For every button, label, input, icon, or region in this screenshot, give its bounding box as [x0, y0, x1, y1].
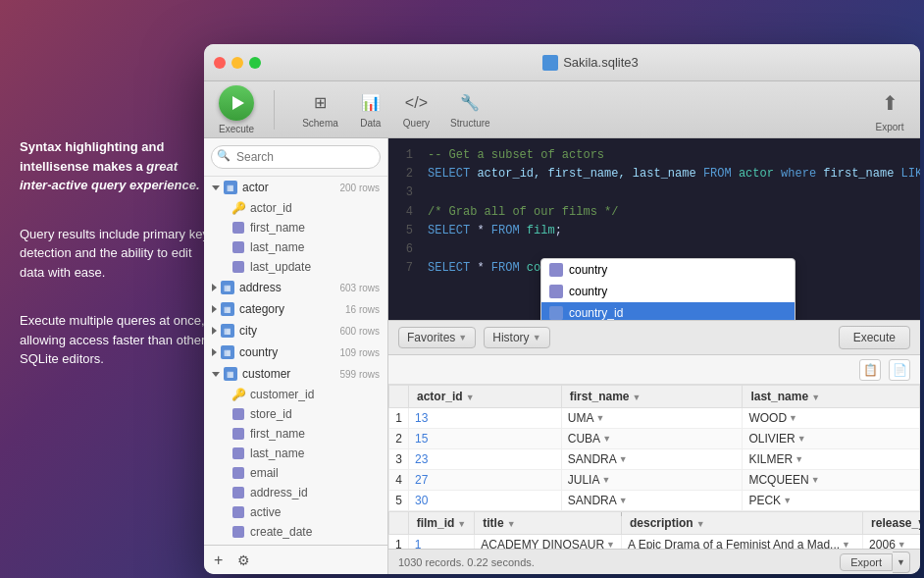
row-num: 4 [389, 470, 409, 491]
cell-last_name[interactable]: PECK ▼ [743, 491, 920, 511]
code-line-6 [428, 240, 910, 259]
code-line-3 [428, 184, 910, 202]
column-last_name-customer[interactable]: last_name [204, 444, 387, 463]
key-icon-actor_id: 🔑 [231, 201, 245, 215]
schema-button[interactable]: ⊞ Schema [294, 87, 346, 132]
cell-actor_id[interactable]: 30 [409, 491, 562, 511]
cell-actor_id[interactable]: 13 [409, 408, 562, 429]
cell-first_name[interactable]: CUBA ▼ [561, 429, 743, 449]
column-address_id[interactable]: address_id [204, 483, 387, 502]
cell-first_name[interactable]: UMA ▼ [561, 408, 743, 429]
history-button[interactable]: History ▼ [484, 327, 549, 348]
minimize-button[interactable] [231, 57, 243, 69]
data-button[interactable]: 📊 Data [351, 87, 390, 132]
table-rows-actor: 200 rows [339, 183, 380, 193]
th-release_year[interactable]: release_year▼ [863, 512, 920, 535]
maximize-button[interactable] [249, 57, 261, 69]
code-editor[interactable]: 1 2 3 4 5 6 7 -- Get a subset of actors … [388, 138, 920, 320]
column-customer_id[interactable]: 🔑 customer_id [204, 385, 387, 404]
table-row[interactable]: 1 1 ACADEMY DINOSAUR ▼ A Epic Drama of a… [389, 535, 921, 550]
cell-last_name[interactable]: MCQUEEN ▼ [743, 470, 920, 491]
execute-toolbar-button[interactable]: Execute [219, 85, 254, 134]
cell-title[interactable]: ACADEMY DINOSAUR ▼ [475, 535, 622, 550]
column-last_name-actor[interactable]: last_name [204, 237, 387, 257]
table-row[interactable]: 3 23 SANDRA ▼ KILMER ▼ [389, 449, 920, 470]
table-name-city: city [239, 324, 336, 338]
table-row[interactable]: 2 15 CUBA ▼ OLIVIER ▼ [389, 429, 920, 449]
table-icon-country: ▦ [221, 345, 234, 359]
cell-release_year[interactable]: 2006 ▼ [863, 535, 920, 550]
export-status-button[interactable]: Export [840, 553, 893, 571]
cell-first_name[interactable]: SANDRA ▼ [561, 491, 743, 511]
structure-button[interactable]: 🔧 Structure [442, 87, 498, 132]
column-name-create_date: create_date [250, 525, 312, 539]
cell-last_name[interactable]: OLIVIER ▼ [743, 429, 920, 449]
cell-first_name[interactable]: JULIA ▼ [561, 470, 743, 491]
close-button[interactable] [214, 57, 226, 69]
sort-first_name: ▼ [632, 393, 641, 402]
code-line-5: SELECT * FROM film; [428, 222, 910, 240]
query-button[interactable]: </> Query [395, 87, 437, 132]
th-last_name[interactable]: last_name▼ [743, 386, 920, 408]
table-row[interactable]: 1 13 UMA ▼ WOOD ▼ [389, 408, 920, 429]
column-store_id[interactable]: store_id [204, 404, 387, 424]
table-row[interactable]: 5 30 SANDRA ▼ PECK ▼ [389, 491, 920, 511]
col-icon-address_id [231, 486, 245, 499]
cell-actor_id[interactable]: 23 [409, 449, 562, 470]
table-header-customer[interactable]: ▦ customer 599 rows [204, 363, 387, 385]
cell-film_id[interactable]: 1 [408, 535, 475, 550]
ac-item-country2[interactable]: country [541, 281, 795, 302]
add-table-button[interactable]: + [214, 552, 223, 569]
cell-description[interactable]: A Epic Drama of a Feminist And a Mad... … [622, 535, 863, 550]
th-first_name[interactable]: first_name▼ [561, 386, 743, 408]
table-name-category: category [239, 302, 342, 316]
table-name-customer: customer [242, 367, 336, 381]
cell-last_name[interactable]: WOOD ▼ [743, 408, 920, 429]
th-actor_id[interactable]: actor_id▼ [409, 386, 562, 408]
col-icon-create_date [231, 525, 245, 539]
execute-play-icon[interactable] [219, 85, 254, 121]
search-input[interactable] [211, 145, 381, 169]
table-header-category[interactable]: ▦ category 16 rows [204, 298, 387, 320]
column-name-first_name-customer: first_name [250, 427, 305, 441]
col-icon-store_id [231, 407, 245, 421]
export-toolbar-button[interactable]: ⬆ Export [874, 87, 905, 132]
col-icon-last_name-customer [231, 447, 245, 460]
th-description[interactable]: description▼ [622, 512, 863, 535]
ac-item-country1[interactable]: country [541, 259, 795, 281]
column-email[interactable]: email [204, 463, 387, 483]
favorites-button[interactable]: Favorites ▼ [398, 327, 476, 348]
tables-panel-footer: + ⚙ [204, 545, 387, 574]
table-row[interactable]: 4 27 JULIA ▼ MCQUEEN ▼ [389, 470, 920, 491]
column-create_date[interactable]: create_date [204, 522, 387, 542]
table-header-country[interactable]: ▦ country 109 rows [204, 342, 387, 363]
column-active[interactable]: active [204, 502, 387, 522]
content-area: ▦ actor 200 rows 🔑 actor_id first_name l… [204, 138, 920, 574]
export-dropdown-arrow[interactable]: ▼ [893, 552, 910, 573]
table-header-address[interactable]: ▦ address 603 rows [204, 277, 387, 298]
cell-first_name[interactable]: SANDRA ▼ [561, 449, 743, 470]
right-panel: 1 2 3 4 5 6 7 -- Get a subset of actors … [388, 138, 920, 574]
copy-button[interactable]: 📋 [859, 359, 881, 381]
table-icon-city: ▦ [221, 324, 234, 338]
cell-actor_id[interactable]: 15 [409, 429, 562, 449]
main-window: Sakila.sqlite3 Execute ⊞ Schema 📊 Data <… [204, 44, 920, 574]
th-title[interactable]: title▼ [475, 512, 622, 535]
table-header-city[interactable]: ▦ city 600 rows [204, 320, 387, 342]
column-actor_id[interactable]: 🔑 actor_id [204, 198, 387, 218]
table-icon-address: ▦ [221, 281, 234, 294]
settings-button[interactable]: ⚙ [237, 552, 250, 568]
table-rows-customer: 599 rows [339, 369, 380, 380]
column-last_update-actor[interactable]: last_update [204, 257, 387, 277]
row-num: 1 [389, 535, 409, 550]
table-name-actor: actor [242, 181, 336, 194]
ac-item-country_id[interactable]: country_id [541, 302, 795, 320]
cell-actor_id[interactable]: 27 [409, 470, 562, 491]
table-header-actor[interactable]: ▦ actor 200 rows [204, 177, 387, 198]
column-first_name-customer[interactable]: first_name [204, 424, 387, 444]
export-results-button[interactable]: 📄 [889, 359, 910, 381]
cell-last_name[interactable]: KILMER ▼ [743, 449, 920, 470]
column-first_name-actor[interactable]: first_name [204, 218, 387, 237]
th-film_id[interactable]: film_id▼ [408, 512, 475, 535]
execute-query-button[interactable]: Execute [839, 326, 910, 349]
